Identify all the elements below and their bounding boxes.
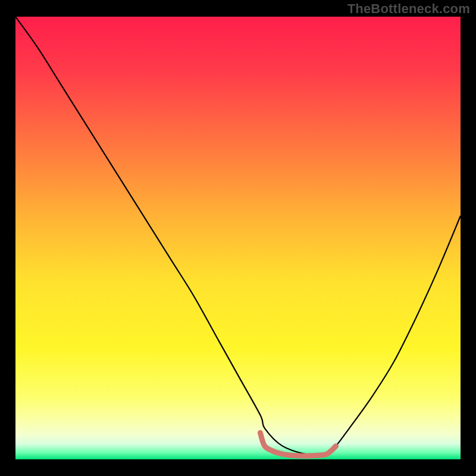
gradient-background (15, 17, 461, 459)
chart-frame: TheBottleneck.com (0, 0, 476, 476)
bottleneck-chart (15, 17, 461, 459)
watermark-text: TheBottleneck.com (347, 1, 470, 17)
plot-area (15, 17, 461, 459)
